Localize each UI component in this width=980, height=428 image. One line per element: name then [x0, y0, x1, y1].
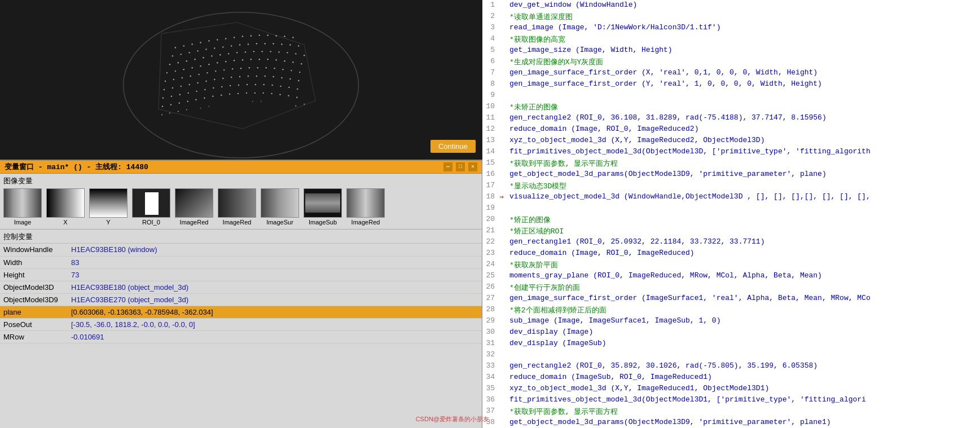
line-content: gen_rectangle2 (ROI_0, 35.892, 30.1026, …	[509, 361, 980, 370]
svg-point-16	[284, 36, 285, 37]
line-arrow	[499, 203, 509, 204]
svg-point-131	[263, 92, 264, 94]
svg-point-106	[196, 91, 197, 92]
code-line: 12reduce_domain (Image, ROI_0, ImageRedu…	[482, 124, 980, 135]
svg-point-18	[172, 55, 173, 56]
line-content: *生成对应图像的X与Y灰度面	[509, 56, 980, 67]
line-content: dev_get_window (WindowHandle)	[509, 0, 980, 9]
svg-point-74	[215, 70, 216, 72]
line-content: *创建平行于灰阶的面	[509, 282, 980, 293]
svg-point-47	[278, 51, 279, 52]
svg-point-19	[181, 54, 182, 55]
line-number: 31	[482, 338, 499, 347]
control-variables-table: WindowHandleH1EAC93BE180 (window)Width83…	[0, 244, 482, 343]
svg-point-77	[240, 68, 241, 69]
code-line: 3read_image (Image, 'D:/1NewWork/Halcon3…	[482, 23, 980, 34]
svg-point-92	[222, 78, 223, 79]
code-editor[interactable]: 1dev_get_window (WindowHandle)2*读取单通道深度图…	[482, 0, 980, 428]
img-thumb-imagesub	[304, 188, 342, 218]
code-line: 1dev_get_window (WindowHandle)	[482, 0, 980, 11]
svg-point-130	[254, 92, 256, 94]
svg-point-23	[214, 47, 215, 48]
image-variables-section: 图像变量 Image X Y ROI_0 ImageRed	[0, 174, 482, 230]
line-arrow	[499, 34, 509, 34]
img-thumb-imagered2	[218, 188, 256, 218]
svg-point-15	[275, 35, 276, 36]
var-name-cell: Height	[0, 268, 68, 281]
img-var-item-imagesur[interactable]: ImageSur	[261, 188, 299, 226]
img-var-item-imagesub[interactable]: ImageSub	[304, 188, 342, 226]
svg-point-28	[256, 43, 257, 44]
table-row[interactable]: MRow-0.010691	[0, 330, 482, 343]
img-var-item-roi[interactable]: ROI_0	[132, 188, 170, 226]
continue-button[interactable]: Continue	[430, 140, 476, 153]
svg-point-67	[301, 63, 302, 64]
code-line: 24*获取灰阶平面	[482, 259, 980, 271]
minimize-icon[interactable]: —	[443, 162, 452, 171]
line-content: *读取单通道深度图	[509, 11, 980, 22]
img-var-item-imagered2[interactable]: ImageRed	[218, 188, 256, 226]
left-panel: Continue 变量窗口 - main* () - 主线程: 14480 — …	[0, 0, 482, 428]
table-row[interactable]: ObjectModel3DH1EAC93BE180 (object_model_…	[0, 281, 482, 293]
line-number: 13	[482, 135, 499, 144]
line-content: gen_rectangle1 (ROI_0, 25.0932, 22.1184,…	[509, 237, 980, 246]
code-line: 36fit_primitives_object_model_3d(ObjectM…	[482, 395, 980, 406]
line-arrow	[499, 248, 509, 249]
svg-point-126	[221, 95, 222, 96]
svg-point-60	[242, 59, 243, 60]
svg-point-52	[175, 70, 176, 72]
svg-point-29	[265, 43, 266, 44]
table-row[interactable]: WindowHandleH1EAC93BE180 (window)	[0, 244, 482, 256]
img-var-item-imagered1[interactable]: ImageRed	[175, 188, 213, 226]
table-row[interactable]: ObjectModel3D9H1EAC93BE270 (object_model…	[0, 293, 482, 306]
svg-point-41	[228, 53, 229, 54]
table-row[interactable]: Height73	[0, 268, 482, 281]
maximize-icon[interactable]: □	[456, 162, 465, 171]
line-number: 23	[482, 248, 499, 257]
line-arrow	[499, 237, 509, 237]
close-icon[interactable]: ✕	[468, 162, 477, 171]
svg-point-54	[191, 67, 192, 68]
var-name-cell: ObjectModel3D9	[0, 293, 68, 306]
var-value-cell: -0.010691	[68, 330, 482, 343]
svg-point-64	[275, 59, 276, 60]
svg-point-59	[234, 60, 235, 61]
img-var-item-y[interactable]: Y	[89, 188, 128, 226]
svg-point-121	[179, 103, 180, 104]
line-arrow	[499, 316, 509, 316]
code-line: 9	[482, 90, 980, 102]
img-var-item-x[interactable]: X	[46, 188, 85, 226]
image-variables-list: Image X Y ROI_0 ImageRed ImageRed	[3, 188, 478, 226]
code-line: 6*生成对应图像的X与Y灰度面	[482, 56, 980, 68]
line-number: 20	[482, 214, 499, 223]
svg-point-88	[188, 84, 190, 85]
line-number: 28	[482, 305, 499, 314]
line-content: *获取到平面参数, 显示平面方程	[509, 158, 980, 169]
table-row[interactable]: Width83	[0, 256, 482, 268]
image-variables-label: 图像变量	[3, 176, 478, 186]
line-content: *获取图像的高宽	[509, 34, 980, 45]
img-var-item-imagered3[interactable]: ImageRed	[346, 188, 385, 226]
code-line: 32	[482, 350, 980, 361]
line-content: dev_display (ImageSub)	[509, 338, 980, 347]
code-line: 23reduce_domain (Image, ROI_0, ImageRedu…	[482, 248, 980, 259]
svg-point-21	[197, 50, 198, 51]
table-row[interactable]: PoseOut[-30.5, -36.0, 1818.2, -0.0, 0.0,…	[0, 318, 482, 330]
table-row[interactable]: plane[0.603068, -0.136363, -0.785948, -3…	[0, 306, 482, 318]
var-value-cell: [0.603068, -0.136363, -0.785948, -362.03…	[68, 306, 482, 318]
img-var-item-image[interactable]: Image	[3, 188, 42, 226]
svg-point-118	[297, 89, 298, 90]
code-line: 34reduce_domain (ImageSub, ROI_0, ImageR…	[482, 372, 980, 383]
img-thumb-imagesur	[261, 188, 299, 218]
line-arrow	[499, 79, 509, 80]
svg-point-85	[164, 89, 165, 90]
svg-point-42	[236, 52, 238, 53]
svg-point-32	[289, 44, 291, 45]
variable-window-header: 变量窗口 - main* () - 主线程: 14480 — □ ✕	[0, 161, 482, 174]
img-thumb-x	[46, 188, 85, 218]
img-var-label-x: X	[63, 219, 67, 226]
code-line: 30dev_display (Image)	[482, 327, 980, 338]
svg-point-76	[232, 68, 233, 69]
viewport-3d[interactable]: Continue	[0, 0, 482, 161]
line-content: *显示动态3D模型	[509, 180, 980, 191]
